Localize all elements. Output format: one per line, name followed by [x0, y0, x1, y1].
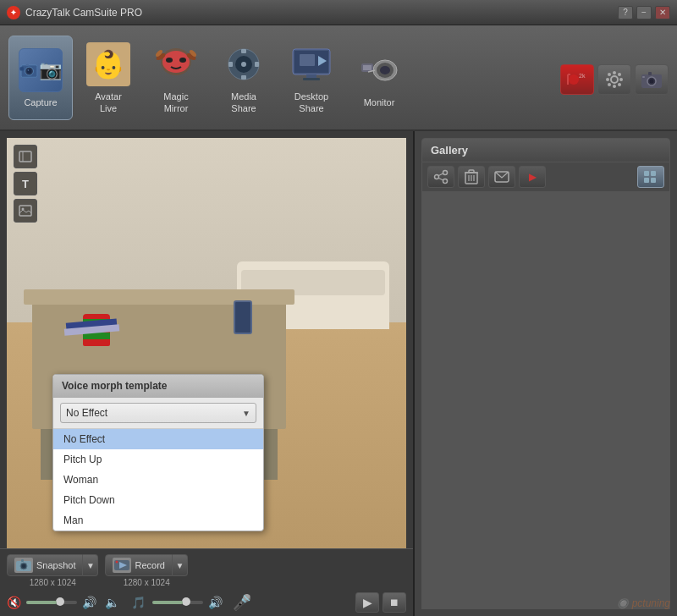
gallery-delete-btn[interactable]: [458, 166, 485, 188]
svg-rect-76: [644, 178, 649, 183]
gallery-toolbar: ▶: [421, 162, 670, 192]
snapshot-btn-group: Snapshot ▼: [7, 554, 98, 576]
svg-point-39: [613, 85, 616, 88]
stop-button[interactable]: ⏹: [383, 592, 406, 613]
mute-icon[interactable]: 🔇: [7, 596, 21, 609]
svg-rect-31: [363, 65, 372, 70]
svg-point-7: [162, 51, 190, 73]
titlebar-controls: ? − ✕: [618, 6, 670, 19]
magic-mirror-label: MagicMirror: [163, 91, 188, 113]
minimize-button[interactable]: −: [636, 6, 652, 19]
media-share-label: MediaShare: [231, 91, 256, 113]
titlebar-left: ✦ CrazyTalk CamSuite PRO: [7, 6, 142, 19]
close-button[interactable]: ✕: [655, 6, 670, 19]
right-panel: Gallery: [415, 131, 677, 616]
camera-button[interactable]: [635, 64, 669, 95]
voice-morph-arrow-icon: ▼: [242, 409, 250, 418]
phone-decor: [234, 300, 252, 334]
mic-icon: 🎵: [131, 596, 146, 609]
toolbar-item-avatar-live[interactable]: 👶 AvatarLive: [76, 36, 140, 120]
help-button[interactable]: ?: [618, 6, 633, 19]
mic-slider[interactable]: [152, 601, 203, 604]
gallery-share-btn[interactable]: [427, 166, 454, 188]
morph-option-pitch-up[interactable]: Pitch Up: [53, 449, 263, 470]
snapshot-icon: [14, 558, 33, 573]
record-dropdown-arrow[interactable]: ▼: [173, 554, 188, 576]
record-resolution: 1280 x 1024: [105, 578, 187, 587]
svg-point-61: [116, 561, 118, 564]
controls-bar: Snapshot ▼ 1280 x 1024: [0, 548, 413, 616]
svg-rect-53: [19, 206, 31, 216]
svg-point-4: [28, 69, 30, 71]
svg-rect-19: [241, 49, 246, 53]
desktop-share-label: DesktopShare: [294, 91, 328, 113]
snapshot-button[interactable]: Snapshot: [7, 554, 83, 576]
svg-point-43: [618, 83, 621, 86]
morph-option-no-effect[interactable]: No Effect: [53, 429, 263, 449]
toolbar-item-monitor[interactable]: Monitor: [347, 36, 411, 120]
playback-controls: ▶ ⏹: [355, 592, 406, 613]
record-button[interactable]: Record: [105, 554, 172, 576]
morph-option-woman[interactable]: Woman: [53, 470, 263, 490]
svg-rect-49: [648, 72, 652, 75]
svg-point-16: [241, 62, 246, 67]
app-logo: ✦: [7, 6, 20, 19]
toolbar-item-desktop-share[interactable]: DesktopShare: [279, 36, 344, 120]
volume-icon: 🔊: [82, 596, 96, 609]
voice-morph-title: Voice morph template: [53, 375, 263, 398]
svg-rect-18: [255, 62, 259, 67]
morph-option-pitch-down[interactable]: Pitch Down: [53, 490, 263, 510]
voice-morph-panel: Voice morph template No Effect ▼ No Effe…: [52, 374, 264, 531]
record-indicator-button[interactable]: 2k: [560, 64, 594, 95]
gallery-email-btn[interactable]: [488, 166, 515, 188]
svg-point-9: [179, 58, 186, 63]
svg-point-29: [380, 66, 390, 74]
record-label: Record: [135, 560, 164, 570]
voice-morph-selected-value: No Effect: [66, 407, 107, 419]
desktop-share-icon: [289, 42, 333, 86]
gallery-grid-btn[interactable]: [637, 166, 664, 188]
avatar-live-label: AvatarLive: [95, 91, 122, 113]
titlebar: ✦ CrazyTalk CamSuite PRO ? − ✕: [0, 0, 677, 25]
svg-point-63: [435, 175, 439, 179]
svg-point-8: [166, 58, 173, 63]
video-resize-icon[interactable]: [14, 145, 37, 168]
table-leg-right: [264, 429, 278, 480]
image-overlay-icon[interactable]: [14, 199, 37, 223]
svg-rect-58: [21, 559, 24, 562]
svg-point-57: [22, 564, 25, 568]
text-overlay-icon[interactable]: T: [14, 172, 37, 195]
settings-button[interactable]: [597, 64, 631, 95]
toolbar-item-capture[interactable]: Capture: [8, 36, 73, 120]
snapshot-resolution: 1280 x 1024: [7, 578, 98, 587]
morph-option-man[interactable]: Man: [53, 510, 263, 531]
svg-point-45: [608, 83, 611, 86]
voice-morph-icon[interactable]: 🎤: [233, 593, 251, 612]
toolbar-item-media-share[interactable]: MediaShare: [212, 36, 276, 120]
voice-morph-select[interactable]: No Effect ▼: [60, 403, 256, 423]
svg-line-65: [439, 173, 443, 176]
svg-point-42: [608, 73, 611, 76]
svg-rect-50: [642, 76, 645, 78]
svg-rect-77: [651, 178, 656, 183]
watermark-text: pctuning: [632, 597, 670, 609]
svg-point-62: [443, 171, 448, 175]
controls-row1: Snapshot ▼ 1280 x 1024: [7, 554, 406, 587]
magic-mirror-icon: [154, 42, 198, 86]
play-button[interactable]: ▶: [355, 592, 379, 613]
svg-point-44: [618, 73, 621, 76]
capture-icon: [19, 48, 63, 92]
gallery-youtube-btn[interactable]: ▶: [519, 166, 546, 188]
mic-thumb: [182, 597, 190, 606]
toolbar-right: 2k: [560, 61, 669, 95]
svg-rect-23: [300, 54, 315, 66]
svg-text:2k: 2k: [579, 73, 586, 79]
volume-slider[interactable]: [26, 601, 77, 604]
volume-thumb: [56, 597, 64, 606]
record-btn-group: Record ▼: [105, 554, 187, 576]
speaker-icon: 🔈: [105, 596, 119, 609]
toolbar-item-magic-mirror[interactable]: MagicMirror: [144, 36, 208, 120]
toolbar: Capture 👶 AvatarLive MagicMirror: [0, 25, 677, 131]
snapshot-dropdown-arrow[interactable]: ▼: [83, 554, 98, 576]
snapshot-label: Snapshot: [36, 560, 75, 570]
